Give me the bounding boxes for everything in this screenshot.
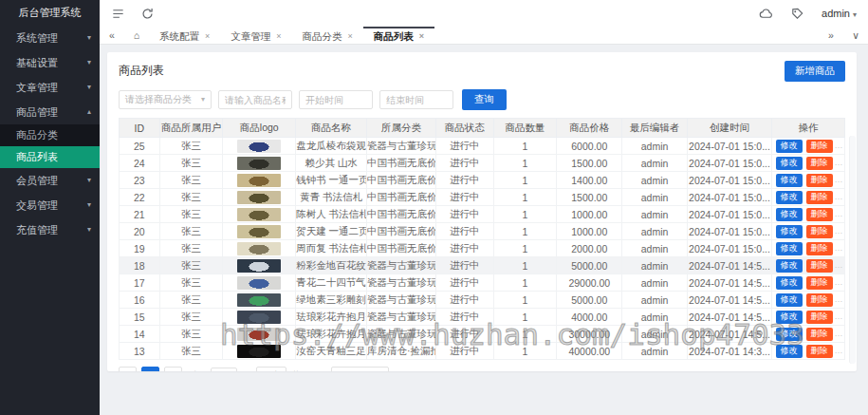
tabs-scroll-right-icon[interactable]: » xyxy=(819,27,843,44)
cell-price: 2000.00 xyxy=(557,240,622,257)
goto-confirm-button[interactable]: 确定 xyxy=(256,367,286,371)
start-time-input[interactable] xyxy=(299,90,373,109)
edit-button[interactable]: 修改 xyxy=(776,345,803,358)
cell-name: 赖少其 山水 xyxy=(296,155,367,172)
more-operations-ellipsis: … xyxy=(835,311,843,321)
edit-button[interactable]: 修改 xyxy=(776,259,803,273)
tab-goods-list[interactable]: 商品列表× xyxy=(363,27,434,44)
page-number-button[interactable]: 1 xyxy=(141,367,159,371)
table-row: 20张三贺天建 一通二页中国书画无底价...进行中11000.00admin20… xyxy=(120,223,845,240)
edit-button[interactable]: 修改 xyxy=(776,328,803,341)
product-logo-image xyxy=(237,242,281,255)
sidebar-item-member[interactable]: 会员管理▾ xyxy=(0,168,100,193)
tabs-scroll-left-icon[interactable]: « xyxy=(100,27,124,44)
edit-button[interactable]: 修改 xyxy=(776,191,803,204)
delete-button[interactable]: 删除 xyxy=(806,225,833,238)
cell-editor: admin xyxy=(622,257,688,274)
refresh-icon[interactable] xyxy=(140,7,155,21)
edit-button[interactable]: 修改 xyxy=(776,208,803,221)
delete-button[interactable]: 删除 xyxy=(806,208,833,221)
table-scrollbar[interactable] xyxy=(849,136,856,364)
edit-button[interactable]: 修改 xyxy=(776,225,803,238)
more-operations-ellipsis: … xyxy=(835,158,843,167)
delete-button[interactable]: 删除 xyxy=(806,311,833,324)
edit-button[interactable]: 修改 xyxy=(776,157,803,170)
tab-system-config[interactable]: 系统配置× xyxy=(149,27,220,44)
cell-editor: admin xyxy=(622,240,688,257)
sidebar-item-trade[interactable]: 交易管理▾ xyxy=(0,193,100,217)
cloud-icon[interactable] xyxy=(759,7,773,21)
sidebar-item-goods-category[interactable]: 商品分类 xyxy=(0,124,100,146)
page-size-select[interactable]: 20 条/页 ▾ xyxy=(331,367,390,371)
tabs-dropdown-icon[interactable]: ∨ xyxy=(843,27,868,44)
cell-category: 瓷器与古董珍玩... xyxy=(367,326,436,343)
category-select[interactable]: 请选择商品分类 ▾ xyxy=(119,90,212,109)
cell-editor: admin xyxy=(622,326,688,343)
delete-button[interactable]: 删除 xyxy=(806,345,833,358)
tag-icon[interactable] xyxy=(790,7,804,21)
edit-button[interactable]: 修改 xyxy=(776,242,803,255)
table-row: 21张三陈树人 书法信札中国书画无底价...进行中11000.00admin20… xyxy=(120,206,845,223)
cell-price: 1500.00 xyxy=(557,189,622,206)
cell-status: 进行中 xyxy=(435,138,493,155)
close-icon[interactable]: × xyxy=(205,29,210,44)
delete-button[interactable]: 删除 xyxy=(806,259,833,273)
cell-quantity: 1 xyxy=(493,257,557,274)
delete-button[interactable]: 删除 xyxy=(806,293,833,307)
delete-button[interactable]: 删除 xyxy=(806,157,833,170)
cell-logo xyxy=(223,155,296,172)
goto-page-input[interactable] xyxy=(211,368,237,372)
edit-button[interactable]: 修改 xyxy=(776,293,803,307)
delete-button[interactable]: 删除 xyxy=(806,140,833,153)
delete-button[interactable]: 删除 xyxy=(806,174,833,187)
search-button[interactable]: 查询 xyxy=(462,89,507,110)
delete-button[interactable]: 删除 xyxy=(806,242,833,255)
cell-name: 贺天建 一通二页 xyxy=(296,223,367,240)
close-icon[interactable]: × xyxy=(348,29,353,44)
cell-user: 张三 xyxy=(159,206,223,223)
column-header: 所属分类 xyxy=(367,119,436,138)
product-logo-image xyxy=(237,293,281,307)
close-icon[interactable]: × xyxy=(419,29,424,44)
goto-label: 到第 xyxy=(187,369,206,372)
cell-user: 张三 xyxy=(159,240,223,257)
home-tab-icon[interactable]: ⌂ xyxy=(124,27,149,44)
edit-button[interactable]: 修改 xyxy=(776,174,803,187)
cell-user: 张三 xyxy=(159,309,223,326)
tab-article-manage[interactable]: 文章管理× xyxy=(220,27,291,44)
cell-quantity: 1 xyxy=(493,189,557,206)
delete-button[interactable]: 删除 xyxy=(806,191,833,204)
cell-quantity: 1 xyxy=(493,274,557,292)
menu-collapse-icon[interactable] xyxy=(111,7,125,21)
prev-page-button[interactable]: ‹ xyxy=(119,367,137,371)
sidebar-item-recharge[interactable]: 充值管理▾ xyxy=(0,217,100,242)
sidebar-item-goods[interactable]: 商品管理▴ xyxy=(0,100,100,124)
cell-operations: 修改删除… xyxy=(772,257,845,274)
cell-price: 5000.00 xyxy=(557,257,622,274)
sidebar-item-system[interactable]: 系统管理▾ xyxy=(0,26,100,50)
delete-button[interactable]: 删除 xyxy=(806,328,833,341)
add-goods-button[interactable]: 新增商品 xyxy=(785,61,845,82)
edit-button[interactable]: 修改 xyxy=(776,140,803,153)
tab-goods-category[interactable]: 商品分类× xyxy=(292,27,363,44)
cell-created: 2024-07-01 14:5... xyxy=(687,309,771,326)
product-logo-image xyxy=(237,259,281,273)
edit-button[interactable]: 修改 xyxy=(776,311,803,324)
cell-id: 13 xyxy=(120,343,160,360)
sidebar-item-goods-list[interactable]: 商品列表 xyxy=(0,146,100,168)
end-time-input[interactable] xyxy=(379,90,453,109)
next-page-button[interactable]: › xyxy=(164,367,182,371)
sidebar-item-article[interactable]: 文章管理▾ xyxy=(0,75,100,100)
column-header: 商品logo xyxy=(223,119,296,138)
cell-editor: admin xyxy=(622,138,688,155)
cell-status: 进行中 xyxy=(435,189,493,206)
total-count-label: 共 13 条 xyxy=(291,369,326,372)
edit-button[interactable]: 修改 xyxy=(776,276,803,290)
delete-button[interactable]: 删除 xyxy=(806,276,833,290)
close-icon[interactable]: × xyxy=(276,29,281,44)
cell-editor: admin xyxy=(622,343,688,360)
sidebar-item-basic[interactable]: 基础设置▾ xyxy=(0,50,100,75)
user-menu[interactable]: admin▾ xyxy=(822,8,857,19)
cell-price: 40000.00 xyxy=(557,343,622,360)
goods-name-input[interactable] xyxy=(218,90,292,109)
